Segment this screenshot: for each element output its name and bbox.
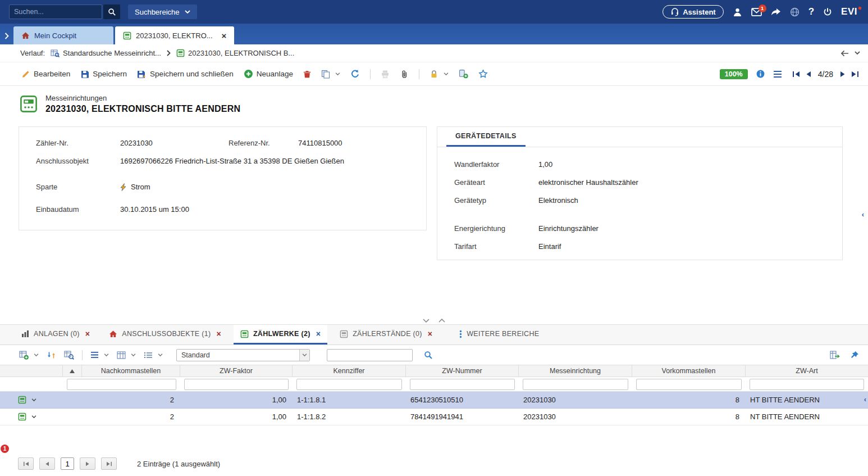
close-tab-icon[interactable]: × <box>85 330 90 338</box>
column-header[interactable]: ZW-Nummer <box>406 365 519 377</box>
suchbereiche-button[interactable]: Suchbereiche <box>128 4 197 19</box>
kopieren-icon[interactable] <box>321 70 340 79</box>
anhang-icon[interactable] <box>400 70 409 79</box>
next-page-icon[interactable] <box>80 457 95 470</box>
tab-geraetedetails[interactable]: GERÄTEDETAILS <box>446 127 526 147</box>
first-record-icon[interactable] <box>792 71 800 78</box>
column-header[interactable]: ZW-Art <box>746 365 868 377</box>
search-input[interactable] <box>9 4 102 19</box>
collapse-up-icon[interactable] <box>438 319 445 323</box>
prev-page-icon[interactable] <box>39 457 55 470</box>
columns-icon[interactable] <box>117 351 136 359</box>
grid-search-input[interactable] <box>327 349 413 361</box>
add-row-icon[interactable] <box>19 350 39 360</box>
aktualisieren-icon[interactable] <box>350 69 360 79</box>
search-button[interactable] <box>103 4 120 19</box>
column-header[interactable]: ZW-Faktor <box>180 365 293 377</box>
next-record-icon[interactable] <box>840 71 846 78</box>
meter-icon <box>240 330 249 338</box>
last-record-icon[interactable] <box>851 71 859 78</box>
row-header-column <box>0 365 63 377</box>
field-value: 1,00 <box>538 160 552 170</box>
filter-input-zw-nummer[interactable] <box>410 379 515 390</box>
grid-menu-icon[interactable] <box>90 351 109 359</box>
tab-anlagen[interactable]: ANLAGEN (0) × <box>15 325 97 344</box>
globe-icon[interactable] <box>790 7 800 17</box>
tab-document[interactable]: 20231030, ELEKTRO... × <box>115 26 234 44</box>
filter-input-kennziffer[interactable] <box>296 379 402 390</box>
tab-zaehlwerke[interactable]: ZÄHLWERKE (2) × <box>234 325 327 344</box>
overview-panel: Zähler-Nr. 20231030 Referenz-Nr. 7411081… <box>19 126 427 230</box>
column-header[interactable]: Nachkommastellen <box>82 365 180 377</box>
geraetedetails-tabs: GERÄTEDETAILS <box>437 127 842 147</box>
breadcrumb-item-document[interactable]: 20231030, ELEKTRONISCH B... <box>176 49 294 57</box>
table-row[interactable]: 2 1,00 1-1:1.8.1 6541230510510 20231030 … <box>0 392 868 409</box>
favorit-icon[interactable] <box>478 69 488 79</box>
loeschen-icon[interactable] <box>303 70 311 79</box>
view-selector[interactable]: Standard <box>176 349 310 361</box>
column-header[interactable]: Messeinrichtung <box>519 365 632 377</box>
menu-icon[interactable] <box>773 70 782 78</box>
speichern-und-schliessen-button[interactable]: Speichern und schließen <box>137 70 234 79</box>
pin-icon[interactable] <box>850 351 859 360</box>
first-page-icon[interactable] <box>18 457 34 470</box>
forward-icon[interactable] <box>771 8 781 16</box>
bearbeiten-button[interactable]: Bearbeiten <box>21 70 70 79</box>
chevron-down-icon <box>131 353 136 357</box>
row-menu-icon[interactable] <box>31 415 36 419</box>
last-page-icon[interactable] <box>101 457 117 470</box>
sort-cell <box>63 392 82 408</box>
assistent-button[interactable]: Assistent <box>663 5 724 19</box>
field-value: elektronischer Haushaltszähler <box>538 178 638 188</box>
inbox-icon[interactable]: 1 <box>751 8 762 16</box>
collapse-down-icon[interactable] <box>423 319 430 323</box>
row-menu-icon[interactable] <box>31 398 36 402</box>
close-tab-icon[interactable]: × <box>222 31 227 40</box>
history-back-icon[interactable] <box>840 50 849 57</box>
speichern-button[interactable]: Speichern <box>80 70 127 79</box>
collapse-panel-icon[interactable]: ‹ <box>862 211 864 218</box>
user-icon[interactable] <box>733 7 742 17</box>
expand-panel-icon[interactable] <box>4 33 9 39</box>
cell-kennziffer: 1-1:1.8.2 <box>293 409 406 425</box>
neuanlage-button[interactable]: Neuanlage <box>244 69 293 79</box>
filter-input-vorkommastellen[interactable] <box>636 379 742 390</box>
tab-weitere-bereiche[interactable]: WEITERE BEREICHE <box>453 325 546 344</box>
close-tab-icon[interactable]: × <box>316 330 321 338</box>
row-expand-icon[interactable]: ‹ <box>864 396 866 403</box>
tab-zaehlerstaende[interactable]: ZÄHLERSTÄNDE (0) × <box>333 325 439 344</box>
logout-icon[interactable] <box>823 7 832 16</box>
sort-ascending-icon[interactable] <box>63 365 82 377</box>
sort-filter-icon[interactable] <box>47 351 56 360</box>
column-header[interactable]: Kennziffer <box>293 365 406 377</box>
zuordnen-icon[interactable] <box>459 69 468 79</box>
prev-record-icon[interactable] <box>806 71 811 78</box>
grid-search-icon[interactable] <box>424 351 433 360</box>
filter-input-nachkommastellen[interactable] <box>67 379 176 390</box>
zoom-badge[interactable]: 100% <box>720 69 748 79</box>
sperren-icon[interactable] <box>430 70 449 79</box>
anschlussobjekt-link[interactable]: 1692697066226 Friedrich-List-Straße 31 a… <box>120 156 344 166</box>
chevron-down-icon <box>185 10 190 14</box>
tab-mein-cockpit[interactable]: Mein Cockpit <box>13 26 113 44</box>
history-dropdown-icon[interactable] <box>855 51 860 55</box>
filter-input-zw-faktor[interactable] <box>184 379 289 390</box>
search-in-table-icon[interactable] <box>64 351 74 360</box>
close-tab-icon[interactable]: × <box>216 330 221 338</box>
info-icon[interactable] <box>756 69 765 79</box>
tab-anschlussobjekte[interactable]: ANSCHLUSSOBJEKTE (1) × <box>102 325 228 344</box>
save-close-icon <box>137 70 147 79</box>
export-icon[interactable] <box>830 351 840 360</box>
notification-badge[interactable]: 1 <box>1 445 9 453</box>
help-icon[interactable]: ? <box>808 6 814 17</box>
breadcrumb-item-search[interactable]: Standardsuche Messeinricht... <box>51 49 161 57</box>
filter-input-zw-art[interactable] <box>750 379 864 390</box>
field-value: Einrichtungszähler <box>538 224 599 234</box>
column-header[interactable]: Vorkommastellen <box>632 365 746 377</box>
page-input[interactable] <box>61 457 74 470</box>
table-row[interactable]: 2 1,00 1-1:1.8.2 7841491941941 20231030 … <box>0 409 868 425</box>
list-view-icon[interactable] <box>144 351 163 359</box>
filter-input-messeinrichtung[interactable] <box>523 379 628 390</box>
drucken-icon[interactable] <box>381 70 390 79</box>
close-tab-icon[interactable]: × <box>428 330 432 338</box>
